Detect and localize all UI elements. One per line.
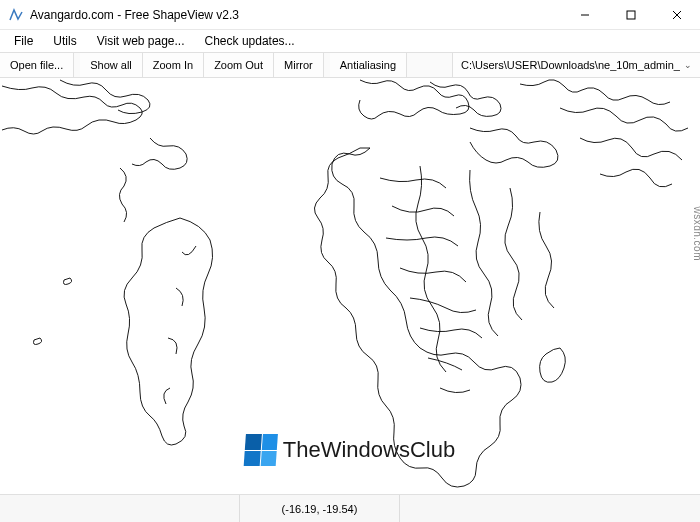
open-file-button[interactable]: Open file... [0, 53, 74, 77]
zoom-in-button[interactable]: Zoom In [143, 53, 204, 77]
window-controls [562, 0, 700, 29]
windows-logo-icon [244, 434, 278, 466]
toolbar: Open file... Show all Zoom In Zoom Out M… [0, 52, 700, 78]
status-cell-empty [0, 495, 240, 522]
status-coordinates: (-16.19, -19.54) [240, 495, 400, 522]
menu-visit-web[interactable]: Visit web page... [89, 32, 193, 50]
watermark: TheWindowsClub [245, 434, 455, 466]
chevron-down-icon: ⌄ [680, 60, 696, 70]
map-canvas[interactable]: TheWindowsClub [0, 78, 700, 494]
watermark-text: TheWindowsClub [283, 437, 455, 463]
side-attribution: wsxdn.com [693, 206, 701, 261]
statusbar: (-16.19, -19.54) [0, 494, 700, 522]
shapefile-render [0, 78, 700, 494]
menu-utils[interactable]: Utils [45, 32, 84, 50]
file-path-combo[interactable]: C:\Users\USER\Downloads\ne_10m_admin_0_b… [452, 53, 700, 77]
app-icon [8, 7, 24, 23]
titlebar: Avangardo.com - Free ShapeView v2.3 [0, 0, 700, 30]
menubar: File Utils Visit web page... Check updat… [0, 30, 700, 52]
show-all-button[interactable]: Show all [80, 53, 143, 77]
file-path-text: C:\Users\USER\Downloads\ne_10m_admin_0_b… [461, 59, 680, 71]
window-title: Avangardo.com - Free ShapeView v2.3 [30, 8, 239, 22]
zoom-out-button[interactable]: Zoom Out [204, 53, 274, 77]
maximize-button[interactable] [608, 0, 654, 30]
svg-rect-1 [627, 11, 635, 19]
mirror-button[interactable]: Mirror [274, 53, 324, 77]
close-button[interactable] [654, 0, 700, 30]
menu-check-updates[interactable]: Check updates... [197, 32, 303, 50]
menu-file[interactable]: File [6, 32, 41, 50]
minimize-button[interactable] [562, 0, 608, 30]
antialiasing-button[interactable]: Antialiasing [330, 53, 407, 77]
